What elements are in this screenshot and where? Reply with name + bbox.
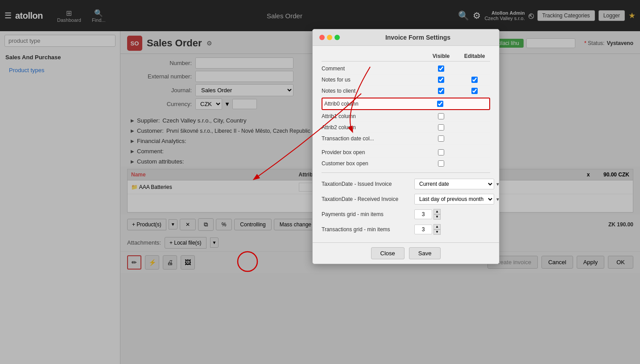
modal-footer: Close Save bbox=[313, 242, 499, 264]
modal-taxation-received-select[interactable]: Current date Last day of previous month … bbox=[414, 194, 494, 204]
modal-row-notes-client: Notes to client bbox=[322, 86, 490, 97]
modal-taxation-issued-select-container: Current date Last day of previous month … bbox=[414, 179, 500, 189]
modal-row-attrib1: Attrib1 column bbox=[322, 111, 490, 122]
modal-transaction-visible-checkbox[interactable] bbox=[438, 135, 444, 142]
modal-title: Invoice Form Settings bbox=[343, 34, 492, 41]
modal-attrib2-visible-checkbox[interactable] bbox=[438, 124, 444, 131]
modal-attrib1-visible-cell bbox=[425, 113, 457, 119]
modal-customer-box-visible-cell bbox=[425, 160, 457, 167]
modal-row-customer-box-label: Customer box open bbox=[322, 160, 423, 167]
modal: Invoice Form Settings Visible Editable C… bbox=[312, 29, 500, 264]
payments-spinner-down[interactable]: ▼ bbox=[434, 214, 441, 220]
modal-taxation-issued-row: TaxationDate - Issued Invoice Current da… bbox=[322, 176, 490, 192]
modal-transactions-label: Transactions grid - min items bbox=[322, 226, 411, 233]
modal-row-attrib2: Attrib2 column bbox=[322, 122, 490, 133]
modal-payments-label: Payments grid - min items bbox=[322, 211, 411, 217]
modal-row-provider: Provider box open bbox=[322, 147, 490, 158]
taxation-issued-dropdown-icon: ▼ bbox=[495, 182, 500, 187]
modal-row-comment: Comment bbox=[322, 63, 490, 74]
modal-attrib0-visible-cell bbox=[425, 101, 456, 107]
transactions-spinner-down[interactable]: ▼ bbox=[434, 229, 441, 235]
transactions-spinner-up[interactable]: ▲ bbox=[434, 224, 441, 229]
modal-transaction-visible-cell bbox=[425, 135, 457, 142]
transactions-spinner-buttons: ▲ ▼ bbox=[434, 224, 441, 235]
modal-row-provider-label: Provider box open bbox=[322, 149, 423, 155]
modal-row-transaction-date-label: Transaction date col... bbox=[322, 135, 423, 142]
modal-attrib2-visible-cell bbox=[425, 124, 457, 131]
modal-provider-visible-cell bbox=[425, 149, 457, 155]
payments-spinner-up[interactable]: ▲ bbox=[434, 209, 441, 214]
modal-taxation-received-select-container: Current date Last day of previous month … bbox=[414, 194, 500, 204]
modal-row-attrib0: Attrib0 column bbox=[322, 98, 490, 110]
modal-notes-us-editable-cell bbox=[459, 77, 490, 83]
modal-row-attrib0-label: Attrib0 column bbox=[322, 101, 422, 107]
modal-transactions-row: Transactions grid - min items 3 ▲ ▼ bbox=[322, 222, 490, 237]
traffic-light-yellow[interactable] bbox=[327, 35, 332, 40]
modal-row-attrib2-label: Attrib2 column bbox=[322, 124, 423, 131]
traffic-lights bbox=[319, 35, 340, 40]
traffic-light-red[interactable] bbox=[319, 35, 325, 40]
modal-header: Invoice Form Settings bbox=[313, 29, 499, 46]
modal-taxation-issued-select[interactable]: Current date Last day of previous month … bbox=[414, 179, 494, 189]
modal-customer-box-visible-checkbox[interactable] bbox=[438, 160, 444, 167]
modal-close-button[interactable]: Close bbox=[371, 247, 405, 259]
modal-transactions-spinner: 3 ▲ ▼ bbox=[414, 224, 490, 235]
modal-notes-us-visible-checkbox[interactable] bbox=[438, 77, 444, 83]
modal-payments-row: Payments grid - min items 3 ▲ ▼ bbox=[322, 207, 490, 222]
modal-payments-input[interactable]: 3 bbox=[414, 209, 432, 219]
modal-row-notes-for-us-label: Notes for us bbox=[322, 77, 423, 83]
modal-notes-client-visible-cell bbox=[425, 88, 457, 94]
modal-taxation-received-label: TaxationDate - Received Invoice bbox=[322, 196, 411, 202]
modal-provider-visible-checkbox[interactable] bbox=[438, 149, 444, 155]
modal-notes-client-editable-cell bbox=[459, 88, 490, 94]
modal-col-empty bbox=[322, 53, 423, 59]
modal-notes-client-visible-checkbox[interactable] bbox=[438, 88, 444, 94]
modal-save-button[interactable]: Save bbox=[409, 247, 441, 259]
modal-notes-us-editable-checkbox[interactable] bbox=[471, 77, 478, 83]
modal-grid-header: Visible Editable bbox=[322, 51, 490, 61]
taxation-received-dropdown-icon: ▼ bbox=[495, 197, 500, 202]
modal-notes-us-visible-cell bbox=[425, 77, 457, 83]
modal-row-customer-box: Customer box open bbox=[322, 158, 490, 169]
modal-notes-client-editable-checkbox[interactable] bbox=[471, 88, 478, 94]
modal-taxation-issued-label: TaxationDate - Issued Invoice bbox=[322, 181, 411, 187]
modal-row-notes-client-label: Notes to client bbox=[322, 88, 423, 94]
payments-spinner-buttons: ▲ ▼ bbox=[434, 209, 441, 220]
modal-col-editable: Editable bbox=[459, 53, 490, 59]
modal-separator2 bbox=[322, 169, 490, 173]
modal-col-visible: Visible bbox=[425, 53, 457, 59]
modal-row-attrib1-label: Attrib1 column bbox=[322, 113, 423, 119]
modal-row-notes-for-us: Notes for us bbox=[322, 74, 490, 86]
modal-attrib0-visible-checkbox[interactable] bbox=[437, 101, 443, 107]
modal-row-comment-label: Comment bbox=[322, 65, 423, 72]
traffic-light-green[interactable] bbox=[334, 35, 340, 40]
modal-payments-spinner: 3 ▲ ▼ bbox=[414, 209, 490, 220]
modal-taxation-received-row: TaxationDate - Received Invoice Current … bbox=[322, 192, 490, 207]
modal-transactions-input[interactable]: 3 bbox=[414, 225, 432, 234]
modal-comment-visible-cell bbox=[425, 65, 457, 72]
modal-attrib1-visible-checkbox[interactable] bbox=[438, 113, 444, 119]
modal-comment-visible-checkbox[interactable] bbox=[438, 65, 444, 72]
modal-body: Visible Editable Comment Notes for us No… bbox=[313, 46, 499, 242]
modal-row-transaction-date: Transaction date col... bbox=[322, 133, 490, 144]
